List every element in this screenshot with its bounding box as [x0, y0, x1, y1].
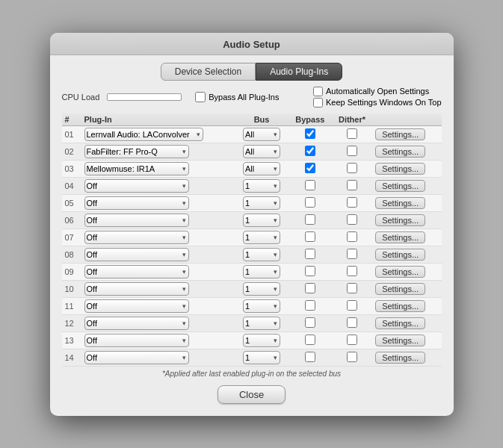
row-bypass-5[interactable] [288, 211, 332, 228]
row-settings-1[interactable]: Settings... [372, 143, 441, 160]
row-settings-4[interactable]: Settings... [372, 194, 441, 211]
bypass-checkbox-3[interactable] [305, 180, 315, 190]
row-bus-10[interactable]: 1▾ [235, 297, 288, 314]
settings-button-9[interactable]: Settings... [375, 283, 425, 295]
row-bus-3[interactable]: 1▾ [235, 177, 288, 194]
keep-on-top-label[interactable]: Keep Settings Windows On Top [313, 98, 442, 108]
settings-button-3[interactable]: Settings... [375, 180, 425, 192]
bus-select-2[interactable]: All [245, 164, 278, 173]
plugin-select-13[interactable]: Off [87, 353, 187, 362]
bus-select-7[interactable]: 1 [245, 250, 278, 259]
row-plugin-7[interactable]: Off▾ [81, 246, 235, 263]
row-settings-13[interactable]: Settings... [372, 349, 441, 366]
bus-select-11[interactable]: 1 [245, 319, 278, 328]
row-bypass-3[interactable] [288, 177, 332, 194]
dither-checkbox-8[interactable] [347, 266, 357, 276]
row-plugin-5[interactable]: Off▾ [81, 211, 235, 228]
row-bus-7[interactable]: 1▾ [235, 246, 288, 263]
settings-button-1[interactable]: Settings... [375, 146, 425, 158]
row-dither-12[interactable] [332, 332, 372, 349]
row-bus-6[interactable]: 1▾ [235, 228, 288, 246]
row-plugin-9[interactable]: Off▾ [81, 280, 235, 297]
plugin-select-5[interactable]: Off [87, 216, 187, 225]
bus-select-10[interactable]: 1 [245, 302, 278, 311]
row-dither-0[interactable] [332, 125, 372, 143]
bypass-checkbox-6[interactable] [305, 231, 315, 242]
plugin-select-10[interactable]: Off [87, 302, 187, 311]
row-bypass-6[interactable] [288, 228, 332, 246]
row-dither-8[interactable] [332, 263, 372, 280]
auto-open-label[interactable]: Automatically Open Settings [313, 87, 442, 96]
row-settings-9[interactable]: Settings... [372, 280, 441, 297]
row-bus-0[interactable]: All▾ [235, 125, 288, 143]
plugin-select-3[interactable]: Off [87, 181, 187, 190]
row-plugin-13[interactable]: Off▾ [81, 349, 235, 366]
settings-button-13[interactable]: Settings... [375, 352, 425, 364]
row-bus-4[interactable]: 1▾ [235, 194, 288, 211]
row-dither-5[interactable] [332, 211, 372, 228]
dither-checkbox-7[interactable] [347, 249, 357, 259]
settings-button-0[interactable]: Settings... [375, 128, 425, 140]
bus-select-5[interactable]: 1 [245, 216, 278, 225]
row-bypass-7[interactable] [288, 246, 332, 263]
row-settings-3[interactable]: Settings... [372, 177, 441, 194]
row-bus-13[interactable]: 1▾ [235, 349, 288, 366]
settings-button-4[interactable]: Settings... [375, 197, 425, 209]
row-bus-12[interactable]: 1▾ [235, 332, 288, 349]
row-bus-11[interactable]: 1▾ [235, 314, 288, 332]
row-dither-1[interactable] [332, 143, 372, 160]
row-settings-8[interactable]: Settings... [372, 263, 441, 280]
bypass-checkbox-11[interactable] [305, 317, 315, 328]
row-bypass-4[interactable] [288, 194, 332, 211]
bus-select-8[interactable]: 1 [245, 267, 278, 276]
bus-select-3[interactable]: 1 [245, 181, 278, 190]
bypass-checkbox-4[interactable] [305, 197, 315, 208]
plugin-select-1[interactable]: FabFilter: FF Pro-Q [87, 147, 187, 156]
dither-checkbox-11[interactable] [347, 317, 357, 328]
row-bus-8[interactable]: 1▾ [235, 263, 288, 280]
row-dither-3[interactable] [332, 177, 372, 194]
bus-select-13[interactable]: 1 [245, 353, 278, 362]
bypass-checkbox-8[interactable] [305, 266, 315, 276]
row-dither-10[interactable] [332, 297, 372, 314]
row-bypass-11[interactable] [288, 314, 332, 332]
bus-select-1[interactable]: All [245, 147, 278, 156]
row-settings-10[interactable]: Settings... [372, 297, 441, 314]
row-dither-11[interactable] [332, 314, 372, 332]
settings-button-8[interactable]: Settings... [375, 266, 425, 278]
bypass-checkbox-2[interactable] [305, 163, 315, 173]
row-dither-7[interactable] [332, 246, 372, 263]
row-bypass-1[interactable] [288, 143, 332, 160]
bypass-all-checkbox[interactable] [195, 92, 206, 102]
bypass-checkbox-0[interactable] [305, 128, 315, 139]
row-plugin-11[interactable]: Off▾ [81, 314, 235, 332]
dither-checkbox-2[interactable] [347, 163, 357, 173]
row-dither-6[interactable] [332, 228, 372, 246]
bypass-checkbox-12[interactable] [305, 335, 315, 345]
row-plugin-6[interactable]: Off▾ [81, 228, 235, 246]
dither-checkbox-0[interactable] [347, 128, 357, 139]
bus-select-12[interactable]: 1 [245, 336, 278, 345]
row-bypass-13[interactable] [288, 349, 332, 366]
settings-button-7[interactable]: Settings... [375, 249, 425, 261]
row-dither-9[interactable] [332, 280, 372, 297]
bus-select-9[interactable]: 1 [245, 284, 278, 293]
row-bus-9[interactable]: 1▾ [235, 280, 288, 297]
row-settings-7[interactable]: Settings... [372, 246, 441, 263]
row-settings-6[interactable]: Settings... [372, 228, 441, 246]
row-bypass-0[interactable] [288, 125, 332, 143]
row-bypass-10[interactable] [288, 297, 332, 314]
tab-audio-plugins[interactable]: Audio Plug-Ins [256, 63, 342, 81]
row-plugin-4[interactable]: Off▾ [81, 194, 235, 211]
plugin-select-11[interactable]: Off [87, 319, 187, 328]
row-bypass-8[interactable] [288, 263, 332, 280]
bypass-checkbox-5[interactable] [305, 214, 315, 225]
row-bypass-12[interactable] [288, 332, 332, 349]
dither-checkbox-4[interactable] [347, 197, 357, 208]
bus-select-0[interactable]: All [245, 130, 278, 139]
plugin-select-0[interactable]: Lernvall Audio: LAConvolver [87, 130, 201, 139]
auto-open-checkbox[interactable] [313, 87, 323, 96]
row-settings-5[interactable]: Settings... [372, 211, 441, 228]
dither-checkbox-13[interactable] [347, 352, 357, 362]
dither-checkbox-3[interactable] [347, 180, 357, 190]
